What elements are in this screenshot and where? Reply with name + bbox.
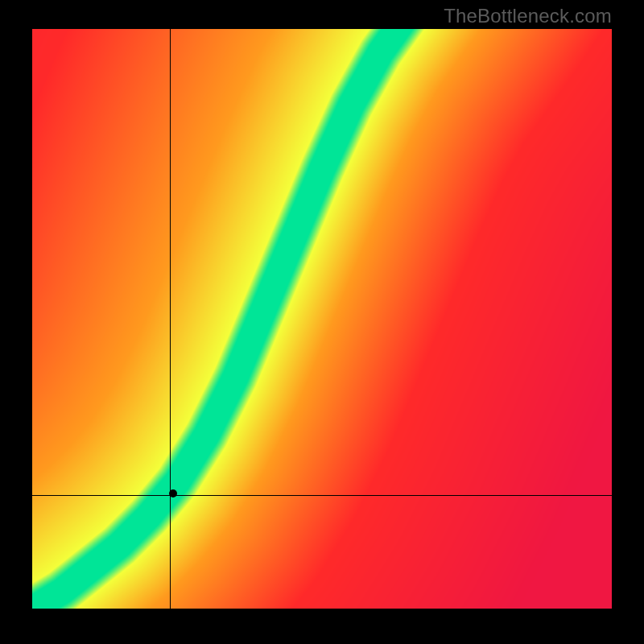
crosshair-vertical [170,29,171,609]
crosshair-horizontal [32,495,612,496]
watermark-text: TheBottleneck.com [444,5,612,27]
heatmap-plot [32,29,612,609]
chart-frame: TheBottleneck.com [0,0,644,644]
marker-dot [169,489,177,497]
heatmap-canvas [32,29,612,609]
